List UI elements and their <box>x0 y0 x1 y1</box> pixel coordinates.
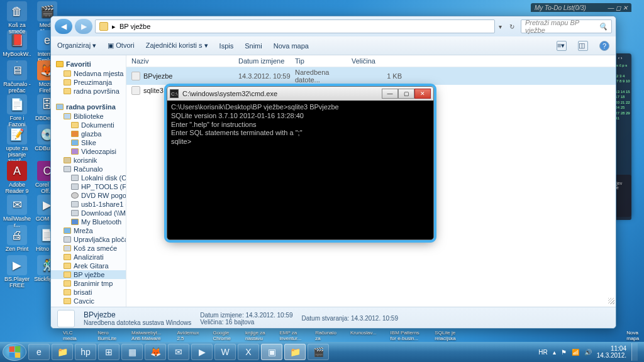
sidebar-item[interactable]: radna površina <box>51 87 126 96</box>
folder-icon <box>64 280 71 287</box>
taskbar: e 📁 hp ⊞ ▦ 🦊 ✉ ▶ W X ▣ 📁 🎬 HR ▴ ⚑ 📶 🔊 11… <box>0 342 644 362</box>
sidebar-item[interactable]: Download (\\M <box>51 209 126 217</box>
sidebar-item[interactable]: Dokumenti <box>51 121 126 129</box>
computer-icon <box>64 166 71 172</box>
details-filename: BPvjezbe <box>84 310 191 319</box>
drive-icon <box>71 201 79 207</box>
tray-lang[interactable]: HR <box>538 349 547 356</box>
sidebar-item[interactable]: korisnik <box>51 156 126 165</box>
show-desktop-button[interactable] <box>631 343 638 361</box>
sidebar-item[interactable]: Cavcic <box>51 297 126 305</box>
sidebar-item[interactable]: Lokalni disk (C:) <box>51 173 126 182</box>
sidebar-item[interactable]: Videozapisi <box>51 147 126 156</box>
desktop-icon[interactable]: 🖥Računalo - prečac <box>3 60 31 94</box>
nav-back-button[interactable]: ◀ <box>55 19 72 34</box>
cmd-output[interactable]: C:\Users\korisnik\Desktop\BP vježbe>sqli… <box>167 101 433 149</box>
sidebar-item-current[interactable]: BP vježbe <box>51 270 126 279</box>
folder-icon <box>64 79 71 85</box>
desktop-icon[interactable]: AAdobe Reader 9 <box>3 161 31 195</box>
taskbar-cmd[interactable]: ▣ <box>261 344 282 360</box>
sidebar-item[interactable]: DVD RW pogon <box>51 191 126 200</box>
drive-icon <box>71 210 79 216</box>
file-thumbnail <box>57 310 75 327</box>
control-panel-icon <box>64 236 71 243</box>
organize-button[interactable]: Organiziraj ▾ <box>57 41 96 50</box>
desktop-icon[interactable]: 📝upute za pisanje završ... <box>3 124 31 165</box>
nav-forward-button[interactable]: ▶ <box>75 19 92 34</box>
file-row[interactable]: BPvjezbe 14.3.2012. 10:59 Naredbena dato… <box>126 67 616 85</box>
search-input[interactable]: Pretraži mapu BP vježbe 🔍 <box>521 19 612 33</box>
cmd-titlebar[interactable]: C:\ C:\windows\system32\cmd.exe — ▢ ✕ <box>167 87 433 101</box>
desktop-icon[interactable]: 🖨Zen Print <box>3 225 31 253</box>
sidebar-item[interactable]: Koš za smeće <box>51 244 126 253</box>
drive-icon <box>71 184 79 190</box>
view-button[interactable]: ≡▾ <box>557 41 567 51</box>
explorer-sidebar[interactable]: Favoriti Nedavna mjesta Preuzimanja radn… <box>51 55 126 307</box>
sidebar-item[interactable]: Slike <box>51 138 126 147</box>
close-button[interactable]: ✕ <box>414 89 431 99</box>
preview-pane-button[interactable]: ◫ <box>578 41 588 51</box>
open-button[interactable]: ▣ Otvori <box>108 41 134 50</box>
desktop-icon[interactable]: ✉MailWasher... <box>3 195 31 229</box>
sidebar-item[interactable]: Branimir tmp <box>51 279 126 288</box>
library-icon <box>64 113 71 119</box>
refresh-icon[interactable]: ↻ <box>506 23 518 30</box>
taskbar-pin[interactable]: 🎬 <box>308 344 329 360</box>
tray-clock[interactable]: 11:04 14.3.2012. <box>597 345 626 359</box>
cmd-title-text: C:\windows\system32\cmd.exe <box>182 90 378 97</box>
newfolder-button[interactable]: Nova mapa <box>274 42 309 50</box>
maximize-button[interactable]: ▢ <box>398 89 414 99</box>
sidebar-item[interactable]: My Bluetooth <box>51 217 126 226</box>
sidebar-item[interactable]: HP_TOOLS (F:) <box>51 182 126 191</box>
taskbar-explorer[interactable]: 📁 <box>284 344 306 360</box>
tray-flag-icon[interactable]: ⚑ <box>561 349 567 356</box>
sidebar-item[interactable]: Analizirati <box>51 253 126 261</box>
sidebar-item[interactable]: Biblioteke <box>51 112 126 121</box>
todo-gadget-title[interactable]: My To-Do List(0/3)— ◻ ✕ <box>531 3 631 12</box>
taskbar-pin[interactable]: ▶ <box>191 344 213 360</box>
help-button[interactable]: ? <box>599 41 609 51</box>
file-list-header[interactable]: Naziv Datum izmjene Tip Veličina <box>126 55 616 67</box>
tray-chevron-icon[interactable]: ▴ <box>553 349 556 356</box>
start-button[interactable] <box>3 343 26 361</box>
taskbar-pin[interactable]: X <box>238 344 259 360</box>
address-bar[interactable]: ▸ BP vježbe <box>95 19 495 33</box>
explorer-titlebar[interactable]: ◀ ▶ ▸ BP vježbe ▾ ↻ Pretraži mapu BP vje… <box>51 16 616 36</box>
sidebar-item[interactable]: Računalo <box>51 165 126 173</box>
file-icon <box>131 86 140 95</box>
sidebar-item[interactable]: brisati <box>51 288 126 297</box>
taskbar-pin[interactable]: ⊞ <box>98 344 119 360</box>
taskbar-pin[interactable]: ▦ <box>121 344 143 360</box>
desktop-icon[interactable]: 📄Fore i Fazoni <box>3 94 31 128</box>
taskbar-pin[interactable]: hp <box>75 344 96 360</box>
desktop-icon[interactable]: ▶BS.Player FREE <box>3 255 31 289</box>
folder-icon <box>64 70 71 77</box>
sidebar-item[interactable]: glazba <box>51 129 126 138</box>
tray-volume-icon[interactable]: 🔊 <box>584 349 592 356</box>
taskbar-pin[interactable]: 🦊 <box>145 344 166 360</box>
sidebar-item[interactable]: Preuzimanja <box>51 78 126 87</box>
sidebar-item[interactable]: cetvrta - bazepod <box>51 305 126 307</box>
sidebar-item[interactable]: Arek Gitara <box>51 261 126 270</box>
sidebar-item[interactable]: Mreža <box>51 226 126 235</box>
minimize-button[interactable]: — <box>382 89 398 99</box>
taskbar-pin[interactable]: W <box>214 344 236 360</box>
print-button[interactable]: Ispis <box>219 42 234 50</box>
desktop-icon[interactable]: 📕MyBookW... <box>3 30 31 64</box>
folder-icon <box>64 263 71 269</box>
taskbar-pin[interactable]: 📁 <box>52 344 73 360</box>
tray-network-icon[interactable]: 📶 <box>572 349 579 356</box>
burn-button[interactable]: Snimi <box>245 42 262 50</box>
sidebar-item[interactable]: Upravljačka ploča <box>51 235 126 244</box>
video-icon <box>71 148 79 155</box>
file-icon <box>131 72 140 80</box>
taskbar-pin[interactable]: ✉ <box>168 344 189 360</box>
system-tray[interactable]: HR ▴ ⚑ 📶 🔊 11:04 14.3.2012. <box>538 343 641 361</box>
sidebar-item[interactable]: Nedavna mjesta <box>51 69 126 78</box>
taskbar-pin[interactable]: e <box>28 344 50 360</box>
sidebar-item[interactable]: usb1-1share1 (\\ <box>51 200 126 209</box>
cmd-icon: C:\ <box>170 89 179 98</box>
user-icon <box>64 157 71 163</box>
share-button[interactable]: Zajednički koristi s ▾ <box>146 41 208 50</box>
details-filetype: Naredbena datoteka sustava Windows <box>84 319 191 326</box>
